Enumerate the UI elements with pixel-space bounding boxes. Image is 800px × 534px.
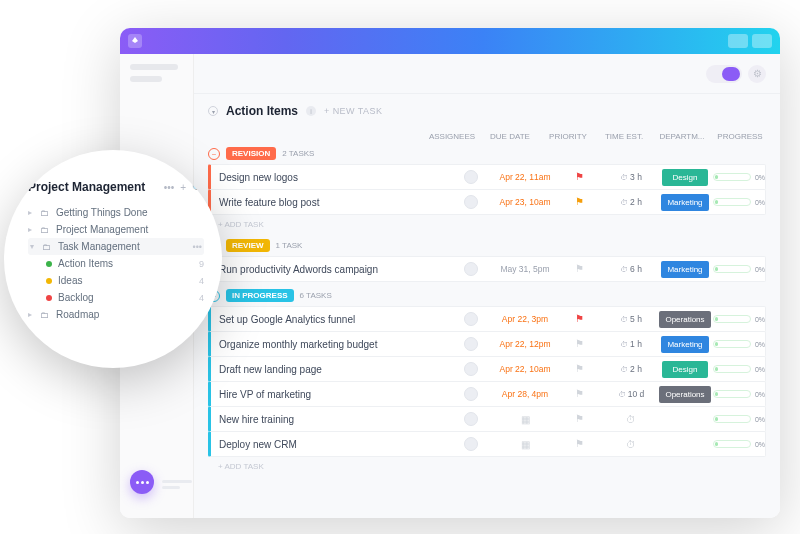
time-est-cell[interactable]: ⏱ — [605, 439, 657, 450]
status-chip[interactable]: IN PROGRESS — [226, 289, 294, 302]
progress-bar[interactable] — [713, 265, 751, 273]
progress-bar[interactable] — [713, 415, 751, 423]
assignee-avatar[interactable] — [464, 170, 478, 184]
collapse-icon[interactable]: ▾ — [208, 106, 218, 116]
assignee-avatar[interactable] — [464, 412, 478, 426]
time-est-cell[interactable]: 10 d — [605, 389, 657, 399]
progress-bar[interactable] — [713, 365, 751, 373]
status-chip[interactable]: REVISION — [226, 147, 276, 160]
due-date-cell[interactable]: Apr 23, 10am — [497, 197, 553, 207]
progress-bar[interactable] — [713, 340, 751, 348]
task-row[interactable]: Design new logos Apr 22, 11am ⚑ 3 h Desi… — [208, 164, 766, 190]
task-row[interactable]: Hire VP of marketing Apr 28, 4pm ⚑ 10 d … — [208, 381, 766, 407]
sidebar-folder[interactable]: ▸🗀Roadmap — [28, 306, 204, 323]
progress-bar[interactable] — [713, 173, 751, 181]
priority-flag-icon[interactable]: ⚑ — [575, 414, 584, 424]
task-title[interactable]: Set up Google Analytics funnel — [211, 314, 445, 325]
view-toggle[interactable] — [706, 65, 742, 83]
col-priority[interactable]: PRIORITY — [542, 132, 594, 141]
calendar-icon[interactable]: ▦ — [521, 439, 530, 450]
task-row[interactable]: Deploy new CRM ▦ ⚑ ⏱ 0% — [208, 431, 766, 457]
chat-fab[interactable] — [130, 470, 154, 494]
assignee-avatar[interactable] — [464, 262, 478, 276]
app-logo-icon[interactable] — [128, 34, 142, 48]
task-title[interactable]: Draft new landing page — [211, 364, 445, 375]
priority-flag-icon[interactable]: ⚑ — [575, 197, 584, 207]
task-title[interactable]: New hire training — [211, 414, 445, 425]
task-title[interactable]: Write feature blog post — [211, 197, 445, 208]
time-est-cell[interactable]: 3 h — [605, 172, 657, 182]
chevron-right-icon[interactable]: ▸ — [28, 208, 34, 217]
department-chip[interactable]: Operations — [659, 386, 710, 403]
task-title[interactable]: Run productivity Adwords campaign — [211, 264, 445, 275]
task-row[interactable]: Draft new landing page Apr 22, 10am ⚑ 2 … — [208, 356, 766, 382]
time-est-cell[interactable]: 5 h — [605, 314, 657, 324]
task-title[interactable]: Organize monthly marketing budget — [211, 339, 445, 350]
time-est-cell[interactable]: ⏱ — [605, 414, 657, 425]
progress-bar[interactable] — [713, 440, 751, 448]
priority-flag-icon[interactable]: ⚑ — [575, 339, 584, 349]
time-est-cell[interactable]: 2 h — [605, 197, 657, 207]
window-control-icon[interactable] — [752, 34, 772, 48]
time-est-cell[interactable]: 1 h — [605, 339, 657, 349]
priority-flag-icon[interactable]: ⚑ — [575, 172, 584, 182]
add-task-button[interactable]: + ADD TASK — [208, 456, 766, 473]
progress-bar[interactable] — [713, 315, 751, 323]
priority-flag-icon[interactable]: ⚑ — [575, 389, 584, 399]
group-collapse-icon[interactable]: – — [208, 148, 220, 160]
task-title[interactable]: Hire VP of marketing — [211, 389, 445, 400]
sidebar-folder[interactable]: ▸🗀Getting Things Done — [28, 204, 204, 221]
add-task-button[interactable]: + ADD TASK — [208, 214, 766, 231]
department-chip[interactable]: Design — [662, 361, 708, 378]
assignee-avatar[interactable] — [464, 387, 478, 401]
department-chip[interactable]: Marketing — [661, 261, 708, 278]
priority-flag-icon[interactable]: ⚑ — [575, 364, 584, 374]
department-chip[interactable]: Design — [662, 169, 708, 186]
task-row[interactable]: Organize monthly marketing budget Apr 22… — [208, 331, 766, 357]
col-due-date[interactable]: DUE DATE — [482, 132, 538, 141]
due-date-cell[interactable]: May 31, 5pm — [497, 264, 553, 274]
assignee-avatar[interactable] — [464, 312, 478, 326]
task-row[interactable]: Write feature blog post Apr 23, 10am ⚑ 2… — [208, 189, 766, 215]
chevron-right-icon[interactable]: ▸ — [28, 310, 34, 319]
more-icon[interactable]: ••• — [193, 242, 202, 252]
assignee-avatar[interactable] — [464, 437, 478, 451]
sidebar-list[interactable]: Action Items9 — [28, 255, 204, 272]
due-date-cell[interactable]: Apr 22, 3pm — [497, 314, 553, 324]
due-date-cell[interactable]: ▦ — [497, 414, 553, 425]
assignee-avatar[interactable] — [464, 195, 478, 209]
col-assignees[interactable]: ASSIGNEES — [426, 132, 478, 141]
assignee-avatar[interactable] — [464, 337, 478, 351]
sidebar-list[interactable]: Ideas4 — [28, 272, 204, 289]
task-row[interactable]: Set up Google Analytics funnel Apr 22, 3… — [208, 306, 766, 332]
progress-bar[interactable] — [713, 198, 751, 206]
time-est-cell[interactable]: 6 h — [605, 264, 657, 274]
department-chip[interactable]: Marketing — [661, 194, 708, 211]
window-control-icon[interactable] — [728, 34, 748, 48]
department-chip[interactable]: Operations — [659, 311, 710, 328]
priority-flag-icon[interactable]: ⚑ — [575, 439, 584, 449]
task-row[interactable]: Run productivity Adwords campaign May 31… — [208, 256, 766, 282]
sidebar-list[interactable]: Backlog4 — [28, 289, 204, 306]
col-progress[interactable]: PROGRESS — [714, 132, 766, 141]
priority-flag-icon[interactable]: ⚑ — [575, 314, 584, 324]
due-date-cell[interactable]: ▦ — [497, 439, 553, 450]
task-title[interactable]: Design new logos — [211, 172, 445, 183]
calendar-icon[interactable]: ▦ — [521, 414, 530, 425]
time-est-cell[interactable]: 2 h — [605, 364, 657, 374]
progress-bar[interactable] — [713, 390, 751, 398]
assignee-avatar[interactable] — [464, 362, 478, 376]
due-date-cell[interactable]: Apr 22, 10am — [497, 364, 553, 374]
new-task-button[interactable]: + NEW TASK — [324, 106, 382, 116]
department-chip[interactable]: Marketing — [661, 336, 708, 353]
settings-icon[interactable]: ⚙ — [748, 65, 766, 83]
chevron-down-icon[interactable]: ▾ — [30, 242, 36, 251]
due-date-cell[interactable]: Apr 28, 4pm — [497, 389, 553, 399]
status-chip[interactable]: REVIEW — [226, 239, 270, 252]
sidebar-folder[interactable]: ▸🗀Project Management — [28, 221, 204, 238]
info-icon[interactable]: i — [306, 106, 316, 116]
col-time-est[interactable]: TIME EST. — [598, 132, 650, 141]
task-row[interactable]: New hire training ▦ ⚑ ⏱ 0% — [208, 406, 766, 432]
more-icon[interactable]: ••• — [164, 182, 175, 193]
task-title[interactable]: Deploy new CRM — [211, 439, 445, 450]
